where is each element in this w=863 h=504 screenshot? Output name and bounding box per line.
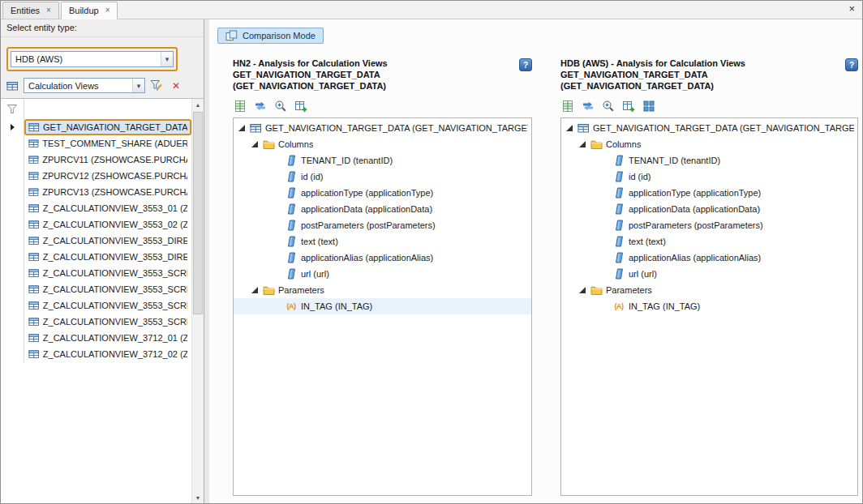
scroll-down-icon[interactable]: [192, 492, 204, 503]
tab-close-icon[interactable]: ×: [105, 6, 110, 15]
tree-item[interactable]: IN_TAG (IN_TAG): [234, 298, 531, 314]
entity-cell[interactable]: Z_CALCULATIONVIEW_3553_SCRIPT: [24, 281, 191, 297]
add-table-button[interactable]: [621, 99, 636, 113]
tree-item[interactable]: Parameters: [561, 282, 857, 298]
export-excel-button[interactable]: [560, 99, 575, 113]
expander-icon[interactable]: [238, 124, 246, 132]
entity-cell[interactable]: Z_CALCULATIONVIEW_3553_SCRIPT: [24, 297, 191, 314]
tree-item[interactable]: text (text): [234, 233, 531, 250]
tree-item[interactable]: IN_TAG (IN_TAG): [561, 298, 857, 314]
parameter-icon: [612, 300, 625, 313]
entity-cell[interactable]: ZPURCV12 (ZSHOWCASE.PURCHASIN: [24, 168, 191, 184]
tree-item[interactable]: Columns: [234, 136, 531, 152]
tree-item[interactable]: url (url): [234, 266, 531, 282]
list-item[interactable]: ZPURCV12 (ZSHOWCASE.PURCHASIN: [1, 168, 191, 184]
zoom-button[interactable]: [601, 99, 616, 113]
expander-icon[interactable]: [578, 140, 586, 148]
entity-cell[interactable]: Z_CALCULATIONVIEW_3553_02 (ZSF: [24, 216, 191, 233]
entity-cell[interactable]: TEST_COMMENT_SHARE (ADUERRST: [24, 135, 191, 152]
tree-item[interactable]: Columns: [561, 136, 857, 152]
tree-item[interactable]: applicationAlias (applicationAlias): [561, 250, 857, 266]
tree-item[interactable]: Parameters: [234, 282, 531, 298]
list-item[interactable]: GET_NAVIGATION_TARGET_DATA (s: [1, 119, 191, 135]
expander-icon[interactable]: [565, 124, 573, 132]
tree-item[interactable]: TENANT_ID (tenantID): [234, 152, 531, 169]
tree-item[interactable]: applicationType (applicationType): [561, 185, 857, 201]
clear-filter-button[interactable]: [168, 78, 184, 93]
list-item[interactable]: Z_CALCULATIONVIEW_3712_02 (ZSF: [1, 346, 191, 362]
comparison-mode-button[interactable]: Comparison Mode: [217, 28, 324, 44]
tree-item[interactable]: TENANT_ID (tenantID): [561, 152, 857, 169]
tree-item[interactable]: GET_NAVIGATION_TARGET_DATA (GET_NAVIGATI…: [234, 120, 531, 136]
scrollbar[interactable]: [191, 99, 204, 503]
filter-edit-button[interactable]: [148, 78, 165, 93]
list-item[interactable]: Z_CALCULATIONVIEW_3553_01 (ZSF: [1, 200, 191, 216]
panel-title-line1: HN2 - Analysis for Calculation Views: [233, 58, 388, 69]
list-item[interactable]: Z_CALCULATIONVIEW_3553_02 (ZSF: [1, 216, 191, 233]
view-icon: [577, 122, 590, 135]
list-item[interactable]: Z_CALCULATIONVIEW_3553_DIRECT: [1, 233, 191, 249]
entity-cell[interactable]: Z_CALCULATIONVIEW_3553_01 (ZSF: [24, 200, 191, 216]
entity-type-dropdown[interactable]: HDB (AWS): [11, 51, 174, 67]
entity-cell[interactable]: Z_CALCULATIONVIEW_3712_01 (ZSF: [24, 330, 191, 346]
list-item[interactable]: Z_CALCULATIONVIEW_3553_DIRECT: [1, 249, 191, 265]
entity-cell[interactable]: Z_CALCULATIONVIEW_3553_DIRECT: [24, 233, 191, 249]
tree-item[interactable]: postParameters (postParameters): [234, 217, 531, 233]
list-filter-row[interactable]: [1, 99, 191, 119]
entity-label: Z_CALCULATIONVIEW_3553_DIRECT: [43, 252, 187, 262]
add-table-button[interactable]: [294, 99, 308, 113]
tree-item[interactable]: applicationAlias (applicationAlias): [234, 250, 531, 266]
list-item[interactable]: TEST_COMMENT_SHARE (ADUERRST: [1, 135, 191, 152]
chevron-down-icon[interactable]: [132, 79, 144, 92]
tree-item-label: GET_NAVIGATION_TARGET_DATA (GET_NAVIGATI…: [593, 123, 854, 133]
entity-cell[interactable]: Z_CALCULATIONVIEW_3553_SCRIPT: [24, 314, 191, 330]
expander-icon[interactable]: [251, 140, 259, 148]
tab-entities[interactable]: Entities ×: [2, 2, 59, 19]
panel-title: HN2 - Analysis for Calculation Views GET…: [233, 58, 388, 92]
entity-cell[interactable]: Z_CALCULATIONVIEW_3553_DIRECT: [24, 249, 191, 265]
list-item[interactable]: Z_CALCULATIONVIEW_3712_01 (ZSF: [1, 330, 191, 346]
tab-buildup[interactable]: Buildup ×: [61, 2, 118, 19]
entity-cell[interactable]: Z_CALCULATIONVIEW_3553_SCRIPT: [24, 265, 191, 281]
list-item[interactable]: ZPURCV13 (ZSHOWCASE.PURCHASIN: [1, 184, 191, 200]
panel-title-line2: GET_NAVIGATION_TARGET_DATA: [560, 69, 745, 80]
list-item[interactable]: Z_CALCULATIONVIEW_3553_SCRIPT: [1, 265, 191, 281]
list-item[interactable]: ZPURCV11 (ZSHOWCASE.PURCHASIN: [1, 152, 191, 168]
expander-icon[interactable]: [578, 286, 586, 294]
tree-item[interactable]: applicationData (applicationData): [234, 201, 531, 217]
window-close-icon[interactable]: ×: [848, 3, 855, 14]
panel-toolbar: [560, 99, 858, 113]
swap-arrows-button[interactable]: [253, 99, 268, 113]
grid-view-button[interactable]: [642, 99, 656, 113]
help-button[interactable]: ?: [845, 58, 858, 71]
filter-funnel-icon[interactable]: [6, 104, 18, 114]
tree-item[interactable]: applicationData (applicationData): [561, 201, 857, 217]
comparison-icon: [225, 30, 238, 41]
tree-item[interactable]: GET_NAVIGATION_TARGET_DATA (GET_NAVIGATI…: [561, 120, 857, 136]
export-excel-button[interactable]: [233, 99, 247, 113]
list-item[interactable]: Z_CALCULATIONVIEW_3553_SCRIPT: [1, 281, 191, 297]
entity-cell[interactable]: GET_NAVIGATION_TARGET_DATA (s: [24, 119, 191, 135]
view-type-dropdown[interactable]: Calculation Views: [24, 78, 145, 93]
tree-item[interactable]: url (url): [561, 266, 857, 282]
panel-title-line1: HDB (AWS) - Analysis for Calculation Vie…: [560, 58, 745, 69]
entity-cell[interactable]: ZPURCV11 (ZSHOWCASE.PURCHASIN: [24, 152, 191, 168]
chevron-down-icon[interactable]: [161, 52, 173, 66]
help-button[interactable]: ?: [519, 58, 532, 71]
tree-item[interactable]: postParameters (postParameters): [561, 217, 857, 233]
list-item[interactable]: Z_CALCULATIONVIEW_3553_SCRIPT: [1, 297, 191, 314]
expander-icon[interactable]: [251, 286, 259, 294]
tree-item[interactable]: id (id): [234, 169, 531, 185]
swap-arrows-button[interactable]: [581, 99, 595, 113]
tree-item[interactable]: text (text): [561, 233, 857, 250]
entity-cell[interactable]: Z_CALCULATIONVIEW_3712_02 (ZSF: [24, 346, 191, 362]
tab-close-icon[interactable]: ×: [46, 6, 51, 15]
tree-item[interactable]: id (id): [561, 169, 857, 185]
zoom-button[interactable]: [273, 99, 288, 113]
list-item[interactable]: Z_CALCULATIONVIEW_3553_SCRIPT: [1, 314, 191, 330]
scroll-thumb[interactable]: [193, 112, 203, 314]
column-icon: [612, 219, 625, 232]
entity-cell[interactable]: ZPURCV13 (ZSHOWCASE.PURCHASIN: [24, 184, 191, 200]
scroll-up-icon[interactable]: [192, 99, 204, 110]
tree-item[interactable]: applicationType (applicationType): [234, 185, 531, 201]
